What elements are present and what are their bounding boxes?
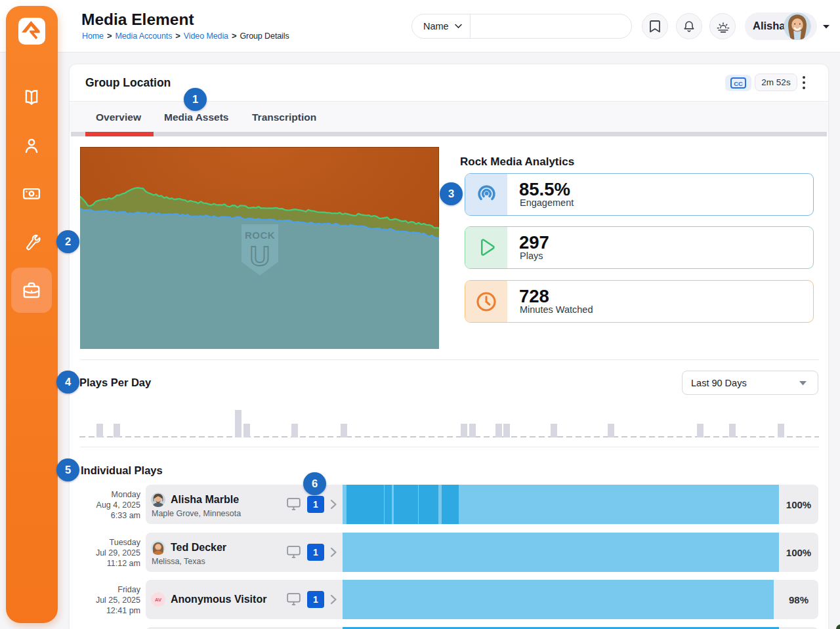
svg-text:U: U — [250, 241, 270, 272]
svg-text:CC: CC — [734, 80, 743, 87]
svg-text:ROCK: ROCK — [245, 230, 275, 241]
svg-text:AV: AV — [155, 597, 162, 603]
